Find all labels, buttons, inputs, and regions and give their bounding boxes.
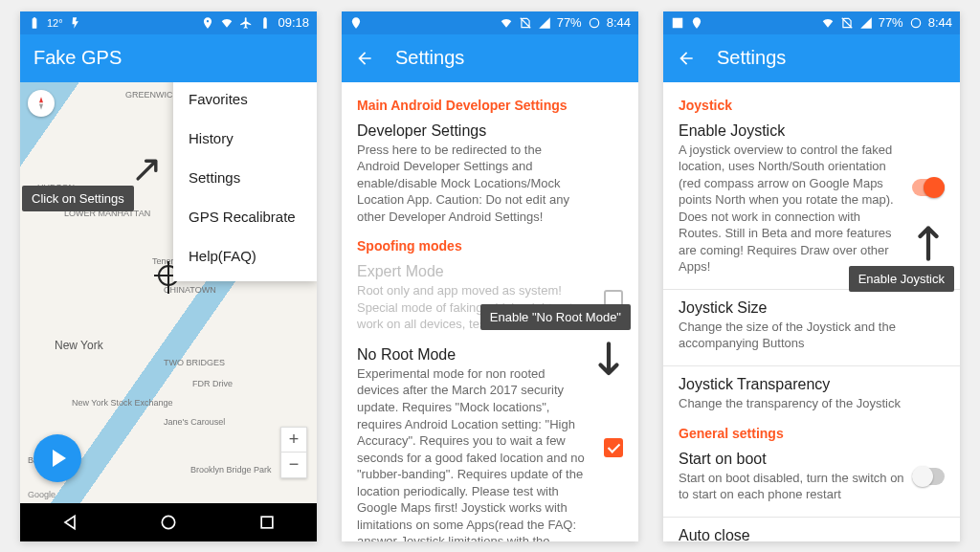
map-view[interactable]: GREENWICH VILLAGE HUDSON LOWER MANHATTAN…: [20, 82, 317, 503]
airplane-icon: [239, 16, 253, 30]
wifi-icon: [220, 16, 234, 30]
screen-title: Settings: [717, 47, 786, 69]
place-two-bridges: TWO BRIDGES: [164, 358, 225, 367]
no-sim-icon: [519, 16, 532, 30]
phone-settings-spoofing: 77% 8:44 Settings Main Android Developer…: [342, 11, 638, 541]
back-arrow-icon[interactable]: [677, 49, 696, 68]
screen-title: Settings: [395, 47, 464, 69]
menu-favorites[interactable]: Favorites: [173, 82, 317, 119]
flash-icon: [69, 16, 82, 30]
developer-settings-title: Developer Settings: [357, 122, 585, 140]
zoom-controls: + −: [280, 427, 307, 478]
battery-ring-icon: [909, 16, 923, 30]
zoom-in-button[interactable]: +: [281, 428, 306, 453]
phone-fakegps-map: 12° 09:18 Fake GPS GREENWICH VILLAGE HUD…: [20, 11, 317, 541]
tooltip-enable-joystick: Enable Joystick: [849, 266, 954, 292]
menu-settings[interactable]: Settings: [173, 158, 317, 197]
joystick-size-sub: Change the size of the Joystick and the …: [679, 319, 906, 352]
enable-joystick-switch[interactable]: [912, 179, 945, 196]
place-fdr: FDR Drive: [192, 379, 233, 388]
item-joystick-transparency[interactable]: Joystick Transparency Change the transpa…: [679, 376, 945, 412]
place-nyse: New York Stock Exchange: [72, 398, 173, 408]
settings-list[interactable]: Joystick Enable Joystick A joystick over…: [663, 82, 960, 541]
svg-point-0: [162, 516, 174, 528]
place-janes: Jane's Carousel: [164, 417, 225, 427]
place-newyork: New York: [55, 339, 103, 352]
joystick-transparency-title: Joystick Transparency: [679, 376, 906, 393]
battery-pct: 77%: [557, 15, 582, 30]
no-root-sub: Experimental mode for non rooted devices…: [357, 365, 585, 541]
enable-joystick-title: Enable Joystick: [679, 122, 906, 140]
overflow-menu: Routes Favorites History Settings GPS Re…: [173, 82, 317, 281]
battery2-icon: [258, 16, 272, 30]
joystick-size-title: Joystick Size: [679, 299, 906, 317]
place-bk: Brooklyn Bridge Park: [190, 465, 272, 475]
phone-settings-joystick: 77% 8:44 Settings Joystick Enable Joysti…: [663, 11, 960, 541]
enable-joystick-sub: A joystick overview to control the faked…: [679, 142, 906, 276]
signal-icon: [538, 16, 551, 30]
start-on-boot-switch[interactable]: [912, 468, 945, 485]
item-auto-close[interactable]: Auto close Auto close is off, switch on …: [679, 527, 945, 541]
app-bar: Settings: [663, 34, 960, 82]
callout-arrow-down-icon: [592, 339, 625, 385]
item-no-root-mode[interactable]: No Root Mode Experimental mode for non r…: [357, 346, 623, 541]
menu-gps-recalibrate[interactable]: GPS Recalibrate: [173, 197, 317, 236]
app-title: Fake GPS: [33, 47, 122, 69]
start-on-boot-sub: Start on boot disabled, turn the switch …: [679, 470, 906, 503]
divider: [663, 365, 960, 366]
wifi-icon: [500, 16, 513, 30]
wifi-icon: [821, 16, 835, 30]
item-start-on-boot[interactable]: Start on boot Start on boot disabled, tu…: [679, 451, 945, 503]
play-fab[interactable]: [33, 434, 81, 482]
zoom-out-button[interactable]: −: [281, 453, 306, 477]
clock: 8:44: [928, 15, 952, 30]
signal-icon: [859, 16, 873, 30]
battery-ring-icon: [588, 16, 601, 30]
status-bar: 12° 09:18: [20, 11, 317, 34]
nav-recent-icon[interactable]: [257, 513, 277, 532]
menu-history[interactable]: History: [173, 119, 317, 158]
start-on-boot-title: Start on boot: [679, 451, 906, 468]
tooltip-click-settings: Click on Settings: [22, 186, 134, 211]
app-bar: Fake GPS: [20, 34, 317, 82]
compass-button[interactable]: [28, 90, 55, 117]
clock: 09:18: [278, 15, 309, 30]
no-sim-icon: [840, 16, 854, 30]
tooltip-enable-no-root: Enable "No Root Mode": [480, 304, 631, 330]
nav-back-icon[interactable]: [60, 513, 79, 532]
menu-help-faq[interactable]: Help(FAQ): [173, 236, 317, 276]
section-joystick: Joystick: [679, 98, 945, 113]
temperature: 12°: [47, 17, 63, 29]
google-attribution: Google: [28, 490, 56, 499]
nav-home-icon[interactable]: [159, 513, 178, 532]
developer-settings-sub: Press here to be redirected to the Andro…: [357, 142, 585, 226]
no-root-title: No Root Mode: [357, 346, 585, 364]
divider: [663, 517, 960, 518]
back-arrow-icon[interactable]: [355, 49, 374, 68]
expert-mode-title: Expert Mode: [357, 263, 585, 280]
android-navbar: [20, 503, 317, 541]
status-bar: 77% 8:44: [663, 11, 960, 34]
app-bar: Settings: [342, 34, 638, 82]
item-joystick-size[interactable]: Joystick Size Change the size of the Joy…: [679, 299, 945, 352]
section-developer: Main Android Developer Settings: [357, 98, 623, 113]
joystick-transparency-sub: Change the transparency of the Joystick: [679, 395, 906, 412]
callout-arrow-icon: [133, 151, 166, 184]
auto-close-title: Auto close: [679, 527, 906, 541]
battery-icon: [28, 16, 41, 30]
status-bar: 77% 8:44: [342, 11, 638, 34]
image-icon: [671, 16, 684, 30]
item-enable-joystick[interactable]: Enable Joystick A joystick overview to c…: [679, 122, 945, 276]
location-icon: [201, 16, 214, 30]
settings-list[interactable]: Main Android Developer Settings Develope…: [342, 82, 638, 541]
battery-pct: 77%: [879, 15, 903, 30]
location-off-icon: [349, 16, 363, 30]
section-general: General settings: [679, 426, 945, 441]
callout-arrow-up-icon: [912, 218, 945, 264]
svg-point-2: [590, 18, 598, 27]
item-developer-settings[interactable]: Developer Settings Press here to be redi…: [357, 122, 623, 226]
no-root-checkbox[interactable]: [604, 438, 623, 457]
svg-point-3: [911, 18, 920, 27]
location-off-icon: [690, 16, 703, 30]
place-chinatown: CHINATOWN: [164, 285, 216, 295]
